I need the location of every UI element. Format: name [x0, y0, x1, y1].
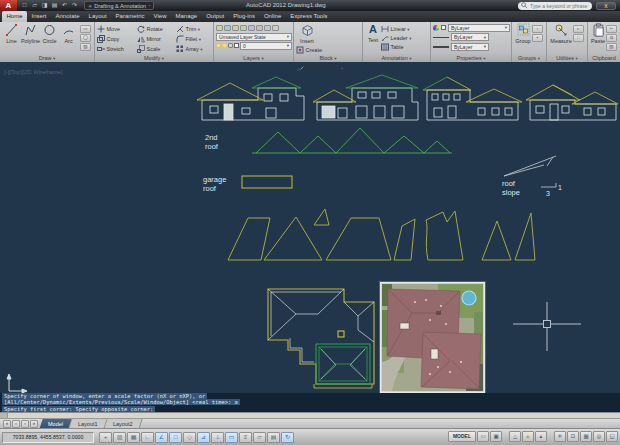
tab-layout[interactable]: Layout: [84, 11, 111, 22]
layer-freeze-icon[interactable]: [240, 25, 247, 31]
clean-screen-icon[interactable]: ◱: [606, 431, 618, 442]
dynamic-ucs-toggle[interactable]: ⊥: [211, 432, 224, 443]
transparency-toggle[interactable]: ▱: [253, 432, 266, 443]
otrack-toggle[interactable]: ⊿: [197, 432, 210, 443]
trim-button[interactable]: Trim▾: [176, 24, 213, 34]
block-create-button[interactable]: Create: [296, 46, 343, 54]
mirror-button[interactable]: Mirror: [137, 34, 176, 44]
tab-online[interactable]: Online: [259, 11, 285, 22]
layer-unlock-icon[interactable]: [228, 43, 233, 48]
rectangle-tool-button[interactable]: ▭: [80, 25, 91, 33]
object-color-dropdown[interactable]: ByLayer▾: [448, 24, 510, 32]
panel-label-clipboard[interactable]: Clipboard: [588, 54, 620, 62]
undo-icon[interactable]: ↶: [60, 1, 69, 10]
tab-home[interactable]: Home: [2, 11, 27, 22]
linear-dimension-button[interactable]: Linear▾: [381, 25, 411, 33]
copy-button[interactable]: Copy: [97, 34, 137, 44]
app-menu-button[interactable]: A: [0, 0, 17, 11]
tab-output[interactable]: Output: [202, 11, 229, 22]
workspace-switching-icon[interactable]: ✳: [554, 431, 566, 442]
circle-button[interactable]: Circle: [40, 23, 59, 44]
tab-annotate[interactable]: Annotate: [51, 11, 84, 22]
array-button[interactable]: Array▾: [176, 44, 213, 54]
color-wheel-icon[interactable]: [433, 25, 439, 31]
annotation-visibility-icon[interactable]: ▲: [522, 431, 534, 442]
open-icon[interactable]: ▱: [30, 1, 39, 10]
layer-walk-icon[interactable]: [272, 25, 279, 31]
group-edit-button[interactable]: ▪: [532, 34, 543, 42]
panel-label-layers[interactable]: Layers ▾: [214, 54, 293, 62]
layer-prev-icon[interactable]: [264, 25, 271, 31]
help-search-box[interactable]: [518, 2, 592, 10]
first-tab-button[interactable]: «: [3, 420, 11, 428]
measure-button[interactable]: Measure: [549, 23, 573, 44]
tab-layout1[interactable]: Layout1: [69, 419, 107, 429]
tab-plugins[interactable]: Plug-ins: [229, 11, 260, 22]
linetype-dropdown[interactable]: ByLayer▾: [451, 33, 489, 41]
lineweight-toggle[interactable]: ≡: [239, 432, 252, 443]
paste-button[interactable]: Paste: [590, 23, 606, 44]
ellipse-tool-button[interactable]: ◯: [80, 34, 91, 42]
fillet-button[interactable]: Fillet▾: [176, 34, 213, 44]
tab-manage[interactable]: Manage: [171, 11, 202, 22]
layer-match-icon[interactable]: [256, 25, 263, 31]
command-line-history[interactable]: Specify corner of window, enter a scale …: [0, 393, 620, 412]
viewport-controls-label[interactable]: [-][Top][2D Wireframe]: [4, 69, 63, 75]
layer-properties-icon[interactable]: [216, 25, 223, 31]
layer-lock-icon[interactable]: [248, 25, 255, 31]
cut-button[interactable]: ✂: [606, 25, 617, 33]
edit-attributes-button[interactable]: aEdit Attributes▾: [296, 64, 343, 72]
tab-express-tools[interactable]: Express Tools: [286, 11, 332, 22]
tab-view[interactable]: View: [149, 11, 171, 22]
model-space-button[interactable]: MODEL: [448, 431, 476, 442]
panel-label-block[interactable]: Block ▾: [294, 54, 362, 62]
3d-osnap-toggle[interactable]: ◇: [183, 432, 196, 443]
lineweight-dropdown[interactable]: ByLayer▾: [451, 43, 489, 51]
table-button[interactable]: Table: [381, 43, 411, 51]
osnap-toggle[interactable]: □: [169, 432, 182, 443]
new-icon[interactable]: □: [20, 1, 29, 10]
polar-toggle[interactable]: ∠: [155, 432, 168, 443]
panel-label-groups[interactable]: Groups ▾: [512, 54, 546, 62]
exchange-apps-button[interactable]: X: [596, 2, 616, 10]
quick-view-layouts-icon[interactable]: ▭: [477, 431, 489, 442]
snap-toggle[interactable]: ▥: [113, 432, 126, 443]
insert-block-button[interactable]: Insert: [296, 23, 318, 44]
hardware-acceleration-icon[interactable]: ▦: [580, 431, 592, 442]
match-properties-button[interactable]: ▨: [606, 43, 617, 51]
prev-tab-button[interactable]: ‹: [12, 420, 20, 428]
point-style-button[interactable]: ∷: [573, 34, 584, 42]
layer-state-dropdown[interactable]: Unsaved Layer State▾: [216, 33, 292, 41]
leader-button[interactable]: Leader▾: [381, 34, 411, 42]
redo-icon[interactable]: ↷: [70, 1, 79, 10]
line-button[interactable]: Line: [2, 23, 21, 44]
hatch-tool-button[interactable]: ▨: [80, 43, 91, 51]
ungroup-button[interactable]: ▫: [532, 25, 543, 33]
tab-layout2[interactable]: Layout2: [104, 419, 142, 429]
copy-clip-button[interactable]: ⧉: [606, 34, 617, 42]
next-tab-button[interactable]: ›: [21, 420, 29, 428]
tab-model[interactable]: Model: [39, 419, 72, 429]
save-icon[interactable]: ◨: [40, 1, 49, 10]
panel-label-utilities[interactable]: Utilities ▾: [547, 54, 587, 62]
ortho-toggle[interactable]: ∟: [141, 432, 154, 443]
panel-label-annotation[interactable]: Annotation ▾: [363, 54, 430, 62]
layer-off-icon[interactable]: [224, 25, 231, 31]
quick-select-button[interactable]: ▹: [573, 25, 584, 33]
layer-thaw-sun-icon[interactable]: [222, 43, 227, 48]
layer-on-bulb-icon[interactable]: [216, 43, 221, 48]
panel-label-properties[interactable]: Properties ▾: [431, 54, 511, 62]
move-button[interactable]: Move: [97, 24, 137, 34]
polyline-button[interactable]: Polyline: [21, 23, 40, 44]
layer-color-swatch[interactable]: [234, 43, 239, 48]
last-tab-button[interactable]: »: [30, 420, 38, 428]
infer-constraints-toggle[interactable]: +: [99, 432, 112, 443]
plot-icon[interactable]: ▤: [50, 1, 59, 10]
text-button[interactable]: A Text: [365, 23, 381, 43]
coordinates-readout[interactable]: 7033.8895, 4455.8537, 0.0000: [2, 432, 94, 443]
panel-label-modify[interactable]: Modify ▾: [95, 54, 213, 62]
layer-isolate-icon[interactable]: [232, 25, 239, 31]
drawing-canvas[interactable]: [-][Top][2D Wireframe]: [0, 62, 620, 393]
dynamic-input-toggle[interactable]: ▭: [225, 432, 238, 443]
grid-toggle[interactable]: ▦: [127, 432, 140, 443]
